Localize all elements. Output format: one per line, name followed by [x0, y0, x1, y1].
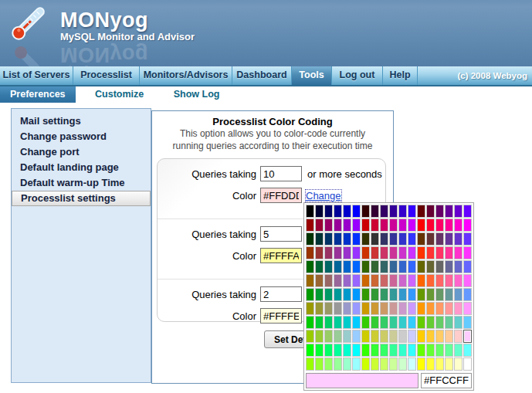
palette-swatch[interactable]	[380, 330, 388, 343]
nav-item-processlist[interactable]: Processlist	[73, 66, 140, 85]
palette-swatch[interactable]	[371, 316, 379, 329]
palette-swatch[interactable]	[445, 246, 453, 259]
palette-swatch[interactable]	[408, 316, 416, 329]
palette-swatch[interactable]	[445, 205, 453, 218]
color-input-1[interactable]	[260, 188, 302, 203]
palette-swatch[interactable]	[334, 344, 342, 357]
sidebar-item-default-warm-up-time[interactable]: Default warm-up Time	[12, 175, 151, 191]
palette-swatch[interactable]	[352, 357, 361, 371]
palette-swatch[interactable]	[371, 232, 379, 246]
palette-swatch[interactable]	[398, 344, 407, 357]
palette-swatch[interactable]	[352, 219, 361, 232]
palette-swatch[interactable]	[361, 274, 370, 287]
palette-swatch[interactable]	[408, 246, 416, 259]
color-input-3[interactable]	[260, 308, 302, 324]
palette-swatch[interactable]	[435, 302, 444, 315]
palette-swatch[interactable]	[352, 205, 361, 218]
palette-swatch[interactable]	[361, 205, 370, 218]
palette-swatch[interactable]	[463, 288, 472, 301]
palette-swatch[interactable]	[435, 232, 444, 246]
palette-swatch[interactable]	[445, 302, 453, 315]
palette-swatch[interactable]	[435, 274, 444, 287]
palette-swatch[interactable]	[454, 316, 463, 329]
palette-swatch[interactable]	[398, 274, 407, 287]
sidebar-item-processlist-settings[interactable]: Processlist settings	[12, 191, 151, 206]
palette-swatch[interactable]	[408, 274, 416, 287]
palette-swatch[interactable]	[454, 357, 463, 371]
palette-swatch[interactable]	[315, 288, 324, 301]
palette-swatch[interactable]	[315, 246, 324, 259]
palette-swatch[interactable]	[454, 288, 463, 301]
palette-swatch[interactable]	[352, 316, 361, 329]
sidebar-item-change-password[interactable]: Change password	[12, 129, 151, 144]
palette-swatch[interactable]	[371, 260, 379, 273]
palette-swatch[interactable]	[454, 344, 463, 357]
palette-swatch[interactable]	[426, 205, 435, 218]
sidebar-item-change-port[interactable]: Change port	[12, 144, 151, 160]
palette-swatch[interactable]	[324, 260, 333, 273]
palette-swatch[interactable]	[445, 288, 453, 301]
palette-swatch[interactable]	[315, 260, 324, 273]
palette-swatch[interactable]	[334, 232, 342, 246]
palette-swatch[interactable]	[398, 316, 407, 329]
palette-swatch[interactable]	[398, 260, 407, 273]
subnav-item-show-log[interactable]: Show Log	[164, 86, 230, 103]
palette-swatch[interactable]	[334, 316, 342, 329]
palette-swatch[interactable]	[398, 219, 407, 232]
palette-swatch[interactable]	[463, 316, 472, 329]
palette-swatch[interactable]	[389, 302, 398, 315]
palette-swatch[interactable]	[306, 330, 314, 343]
palette-swatch[interactable]	[306, 288, 314, 301]
palette-swatch[interactable]	[371, 288, 379, 301]
palette-swatch[interactable]	[371, 344, 379, 357]
palette-swatch[interactable]	[306, 205, 314, 218]
nav-item-list-of-servers[interactable]: List of Servers	[0, 66, 73, 85]
subnav-item-customize[interactable]: Customize	[85, 86, 154, 103]
nav-item-dashboard[interactable]: Dashboard	[232, 66, 292, 85]
palette-swatch[interactable]	[398, 330, 407, 343]
palette-swatch[interactable]	[334, 330, 342, 343]
palette-swatch[interactable]	[324, 344, 333, 357]
palette-swatch[interactable]	[306, 302, 314, 315]
palette-swatch[interactable]	[454, 274, 463, 287]
palette-swatch[interactable]	[306, 357, 314, 371]
palette-swatch[interactable]	[398, 232, 407, 246]
palette-swatch[interactable]	[408, 357, 416, 371]
palette-swatch[interactable]	[417, 288, 425, 301]
palette-swatch[interactable]	[426, 344, 435, 357]
palette-swatch[interactable]	[380, 219, 388, 232]
palette-swatch[interactable]	[454, 219, 463, 232]
palette-swatch[interactable]	[306, 316, 314, 329]
palette-swatch[interactable]	[426, 302, 435, 315]
nav-item-monitors-advisors[interactable]: Monitors/Advisors	[140, 66, 232, 85]
palette-swatch[interactable]	[315, 205, 324, 218]
palette-swatch[interactable]	[463, 219, 472, 232]
palette-swatch[interactable]	[426, 232, 435, 246]
subnav-item-preferences[interactable]: Preferences	[0, 86, 76, 103]
palette-swatch[interactable]	[408, 219, 416, 232]
palette-swatch[interactable]	[426, 246, 435, 259]
palette-swatch[interactable]	[389, 205, 398, 218]
palette-swatch[interactable]	[417, 344, 425, 357]
palette-swatch[interactable]	[324, 288, 333, 301]
palette-swatch[interactable]	[315, 344, 324, 357]
palette-swatch[interactable]	[334, 302, 342, 315]
palette-swatch[interactable]	[324, 302, 333, 315]
palette-swatch[interactable]	[417, 205, 425, 218]
seconds-input-1[interactable]	[260, 166, 302, 181]
palette-swatch[interactable]	[380, 316, 388, 329]
seconds-input-3[interactable]	[260, 286, 302, 302]
palette-swatch[interactable]	[334, 219, 342, 232]
palette-swatch[interactable]	[306, 246, 314, 259]
palette-swatch[interactable]	[445, 260, 453, 273]
palette-swatch[interactable]	[380, 246, 388, 259]
palette-swatch[interactable]	[463, 232, 472, 246]
palette-swatch[interactable]	[371, 357, 379, 371]
palette-swatch[interactable]	[343, 260, 351, 273]
seconds-input-2[interactable]	[260, 226, 302, 242]
palette-swatch[interactable]	[435, 205, 444, 218]
palette-swatch[interactable]	[445, 219, 453, 232]
palette-swatch[interactable]	[343, 316, 351, 329]
palette-swatch[interactable]	[334, 260, 342, 273]
palette-swatch[interactable]	[463, 330, 472, 343]
